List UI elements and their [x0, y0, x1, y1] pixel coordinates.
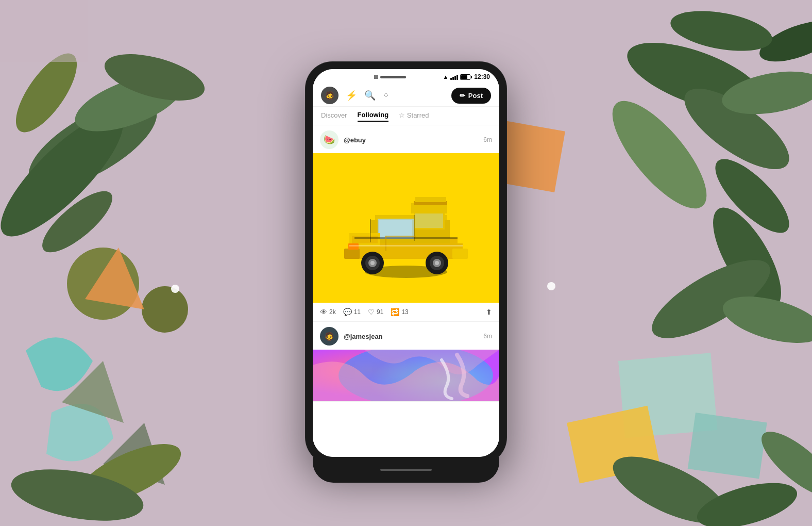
share-icon: ⬆: [486, 308, 492, 316]
svg-point-54: [370, 261, 375, 265]
post-stats-ebuy: 👁 2k 💬 11 ♡ 91 🔁 13: [313, 303, 499, 321]
tab-discover[interactable]: Discover: [321, 111, 347, 121]
earpiece: [380, 76, 406, 78]
comment-icon: 💬: [343, 308, 352, 316]
svg-rect-37: [344, 249, 360, 259]
heart-icon: ♡: [368, 308, 375, 316]
phone-bottom-bar: [313, 457, 499, 483]
user-avatar[interactable]: 🧔: [321, 87, 339, 104]
signal-icon: [450, 74, 458, 80]
svg-rect-38: [452, 249, 468, 259]
status-right: ▲ 12:30: [443, 73, 490, 80]
search-icon[interactable]: 🔍: [364, 90, 376, 101]
tab-starred[interactable]: ☆ Starred: [399, 111, 429, 121]
edit-icon: ✏: [460, 92, 465, 100]
svg-point-58: [435, 261, 439, 265]
ebuy-username[interactable]: @ebuy: [344, 136, 478, 144]
post-image-marble[interactable]: [313, 350, 499, 401]
phone-device: ▲ 12:30: [306, 62, 506, 464]
svg-rect-49: [352, 236, 378, 243]
jamesjean-avatar[interactable]: 🧔: [320, 327, 339, 346]
feed: 🍉 @ebuy 6m: [313, 125, 499, 457]
post-header-ebuy: 🍉 @ebuy 6m: [313, 125, 499, 153]
stat-share[interactable]: ⬆: [486, 308, 492, 316]
status-time: 12:30: [474, 73, 490, 80]
svg-rect-42: [379, 220, 412, 238]
svg-rect-62: [385, 236, 386, 251]
svg-point-22: [171, 285, 179, 293]
reposts-count: 13: [401, 308, 408, 316]
jamesjean-username[interactable]: @jamesjean: [344, 333, 478, 340]
svg-rect-44: [415, 213, 443, 228]
post-jamesjean: 🧔 @jamesjean 6m: [313, 322, 499, 402]
svg-rect-60: [370, 219, 371, 242]
lightning-icon[interactable]: ⚡: [346, 90, 357, 101]
post-image-pixel-car[interactable]: [313, 153, 499, 303]
wifi-icon: ▲: [443, 74, 448, 80]
tab-bar: Discover Following ☆ Starred: [313, 107, 499, 125]
svg-rect-33: [0, 0, 88, 62]
post-header-jamesjean: 🧔 @jamesjean 6m: [313, 322, 499, 350]
svg-rect-20: [688, 413, 767, 479]
views-icon: 👁: [320, 308, 327, 316]
svg-point-23: [547, 282, 555, 290]
stat-comments[interactable]: 💬 11: [343, 308, 361, 316]
stat-likes[interactable]: ♡ 91: [368, 308, 383, 316]
stat-views: 👁 2k: [320, 308, 336, 316]
front-camera: [374, 75, 378, 79]
ebuy-avatar[interactable]: 🍉: [320, 130, 339, 149]
post-ebuy: 🍉 @ebuy 6m: [313, 125, 499, 322]
svg-rect-61: [414, 215, 415, 241]
connections-icon[interactable]: ⁘: [383, 91, 390, 100]
svg-rect-63: [385, 236, 416, 237]
repost-icon: 🔁: [391, 308, 399, 316]
views-count: 2k: [329, 308, 336, 316]
battery-icon: [460, 74, 472, 80]
home-indicator[interactable]: [380, 469, 432, 471]
svg-rect-64: [349, 245, 463, 246]
likes-count: 91: [377, 308, 383, 316]
jamesjean-post-time: 6m: [483, 333, 492, 340]
post-button[interactable]: ✏ Post: [451, 88, 491, 104]
status-bar: ▲ 12:30: [313, 69, 499, 83]
ebuy-post-time: 6m: [483, 136, 492, 143]
pixel-car-svg: [339, 176, 473, 280]
svg-rect-47: [415, 197, 446, 202]
tab-following[interactable]: Following: [358, 111, 389, 122]
header-icons: ⚡ 🔍 ⁘: [346, 90, 444, 101]
app-header: 🧔 ⚡ 🔍 ⁘ ✏ Post: [313, 83, 499, 107]
svg-point-7: [142, 286, 188, 333]
comments-count: 11: [354, 308, 361, 316]
stat-reposts[interactable]: 🔁 13: [391, 308, 408, 316]
